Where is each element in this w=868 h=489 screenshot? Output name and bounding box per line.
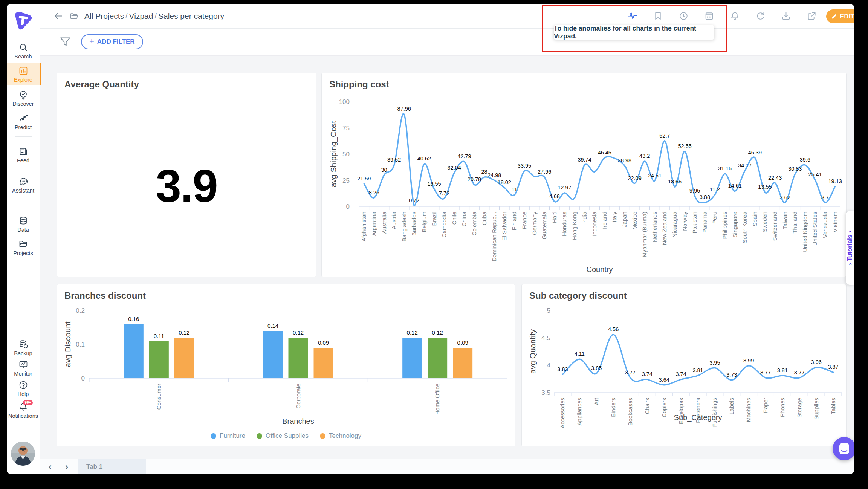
anomaly-tooltip-text: To hide anomalies for all charts in the … — [554, 24, 714, 40]
svg-text:32.04: 32.04 — [448, 165, 461, 171]
bell-icon[interactable] — [730, 11, 740, 21]
breadcrumb-item[interactable]: Sales per category — [158, 12, 224, 21]
svg-text:0.11: 0.11 — [154, 333, 164, 339]
svg-text:0.09: 0.09 — [318, 339, 329, 346]
sidebar-item-search[interactable]: Search — [7, 40, 40, 62]
sidebar-item-explore[interactable]: Explore — [7, 63, 41, 85]
legend-label: Furniture — [220, 432, 245, 440]
chat-icon — [839, 442, 850, 455]
share-icon[interactable] — [807, 11, 817, 21]
tutorials-button[interactable]: › Tutorials › — [846, 211, 854, 285]
sidebar-item-data[interactable]: Data — [7, 213, 40, 235]
svg-text:3.62: 3.62 — [780, 194, 790, 200]
svg-text:9.96: 9.96 — [689, 188, 700, 194]
svg-text:Ireland: Ireland — [601, 212, 608, 229]
sidebar-item-feed[interactable]: Feed — [7, 144, 40, 166]
sidebar-item-monitor[interactable]: Monitor — [7, 357, 40, 379]
legend-label: Technology — [329, 432, 361, 440]
sidebar-item-label: Predict — [15, 124, 32, 130]
svg-text:Sweden: Sweden — [761, 212, 768, 232]
card-average-quantity: Average Quantity 3.9 — [57, 73, 316, 277]
sidebar-item-help[interactable]: Help — [7, 377, 40, 399]
svg-text:Storage: Storage — [796, 398, 802, 418]
svg-text:3.95: 3.95 — [709, 360, 720, 366]
svg-text:11: 11 — [512, 186, 517, 193]
svg-text:22.43: 22.43 — [768, 175, 782, 181]
svg-text:4.68: 4.68 — [549, 193, 560, 199]
svg-text:0.12: 0.12 — [432, 329, 443, 336]
download-icon[interactable] — [781, 11, 791, 21]
svg-text:39.74: 39.74 — [578, 157, 591, 163]
svg-text:3.73: 3.73 — [726, 372, 737, 378]
bar-furniture[interactable] — [402, 338, 422, 378]
bar-office-supplies[interactable] — [289, 338, 308, 378]
svg-text:France: France — [521, 212, 527, 229]
svg-text:31.16: 31.16 — [718, 165, 732, 171]
svg-text:Phones: Phones — [779, 398, 785, 417]
sidebar-item-notifications[interactable]: 99+Notifications — [7, 399, 40, 421]
user-avatar[interactable] — [11, 442, 35, 466]
svg-text:13.55: 13.55 — [758, 184, 772, 190]
shipping-cost-chart[interactable]: 0255075100avg Shipping_CostCountryAfghan… — [322, 73, 847, 279]
legend-item-furniture[interactable]: Furniture — [211, 432, 245, 440]
bar-technology[interactable] — [314, 348, 333, 378]
bar-office-supplies[interactable] — [428, 338, 447, 378]
tab-prev-button[interactable]: ‹ — [43, 459, 58, 474]
sidebar-item-assistant[interactable]: Assistant — [7, 174, 40, 196]
svg-text:3.85: 3.85 — [591, 365, 602, 371]
svg-text:5: 5 — [547, 307, 550, 314]
svg-text:Netherlands: Netherlands — [651, 212, 658, 242]
bar-furniture[interactable] — [263, 331, 283, 378]
svg-text:12.97: 12.97 — [558, 185, 571, 191]
svg-text:Supplies: Supplies — [813, 398, 819, 420]
bar-technology[interactable] — [453, 348, 472, 378]
chat-bubble-button[interactable] — [833, 437, 854, 460]
breadcrumb-item[interactable]: Vizpad — [129, 12, 153, 21]
sidebar-item-discover[interactable]: Discover — [7, 87, 40, 109]
bar-technology[interactable] — [174, 338, 194, 378]
svg-text:Machines: Machines — [745, 398, 752, 422]
svg-text:Barbados: Barbados — [411, 212, 417, 236]
branches-discount-chart[interactable]: 00.10.2avg DiscountBranchesConsumerCorpo… — [57, 284, 516, 448]
svg-text:Fasteners: Fasteners — [695, 398, 701, 423]
tab-1[interactable]: Tab 1 — [78, 459, 146, 474]
svg-text:Copiers: Copiers — [661, 398, 667, 417]
svg-text:Switzerland: Switzerland — [772, 212, 778, 241]
svg-text:3.81: 3.81 — [777, 367, 788, 373]
edit-button[interactable]: EDIT — [826, 9, 854, 23]
subcategory-discount-chart[interactable]: 3.544.55avg QuantitySub_CategoryAccessor… — [522, 284, 847, 448]
svg-text:18.66: 18.66 — [668, 179, 682, 185]
filter-funnel-icon[interactable] — [59, 36, 71, 48]
breadcrumb-item[interactable]: All Projects — [84, 12, 124, 21]
svg-text:Singapore: Singapore — [732, 212, 738, 237]
bar-furniture[interactable] — [124, 324, 144, 378]
svg-text:0.09: 0.09 — [457, 339, 468, 346]
svg-text:0.12: 0.12 — [293, 329, 304, 336]
tab-next-button[interactable]: › — [59, 459, 74, 474]
sync-icon[interactable] — [755, 11, 766, 21]
sidebar-item-label: Projects — [13, 250, 33, 256]
bookmark-icon[interactable] — [653, 11, 663, 21]
pencil-icon — [831, 14, 837, 19]
bar-office-supplies[interactable] — [149, 341, 169, 378]
card-subcategory-discount: Sub category discount 3.544.55avg Quanti… — [521, 284, 847, 446]
svg-text:Bangladesh: Bangladesh — [401, 212, 407, 241]
history-icon[interactable] — [679, 11, 689, 21]
add-filter-button[interactable]: + ADD FILTER — [81, 34, 143, 49]
svg-text:Austria: Austria — [391, 211, 397, 229]
sidebar-item-backup[interactable]: Backup — [7, 337, 40, 359]
svg-text:Thailand: Thailand — [792, 212, 798, 234]
svg-text:75: 75 — [342, 125, 350, 132]
kpi-card-title: Average Quantity — [64, 79, 139, 90]
back-arrow-icon[interactable] — [53, 11, 63, 21]
tellius-logo-icon[interactable] — [12, 10, 34, 32]
svg-text:39.52: 39.52 — [387, 157, 401, 163]
svg-text:Tables: Tables — [830, 398, 836, 414]
sidebar-item-projects[interactable]: Projects — [7, 237, 40, 258]
legend-item-office-supplies[interactable]: Office Supplies — [257, 432, 309, 440]
anomaly-icon[interactable] — [627, 11, 637, 21]
sidebar-item-predict[interactable]: Predict — [7, 111, 40, 133]
calendar-icon[interactable] — [704, 11, 714, 21]
svg-text:8.26: 8.26 — [369, 189, 379, 196]
legend-item-technology[interactable]: Technology — [320, 432, 361, 440]
